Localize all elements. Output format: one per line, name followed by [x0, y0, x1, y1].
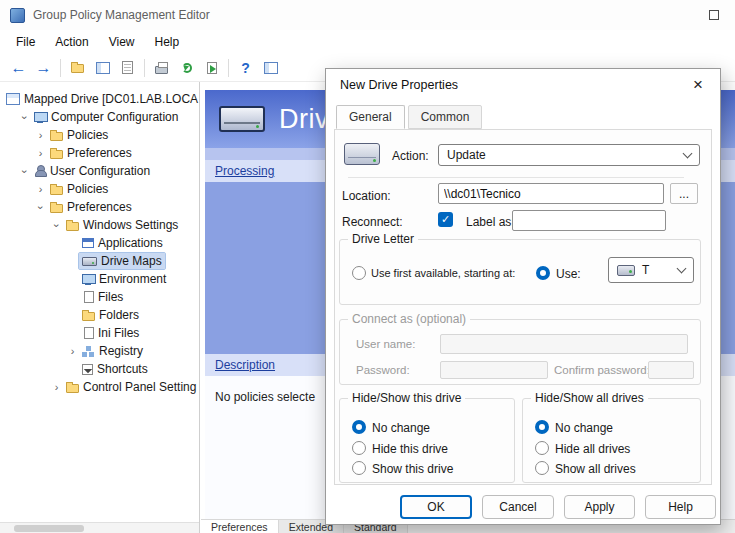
hide-show-this-group-label: Hide/Show this drive	[348, 391, 465, 405]
close-icon[interactable]: ×	[684, 73, 712, 97]
maximize-button[interactable]	[709, 10, 719, 20]
help-button[interactable]: Help	[645, 495, 716, 519]
tree-horizontal-scrollbar[interactable]	[0, 522, 199, 533]
shortcut-icon	[82, 364, 93, 375]
refresh-button[interactable]	[174, 56, 199, 80]
export-list-button[interactable]	[199, 56, 224, 80]
tree-item-environment[interactable]: Environment	[0, 270, 199, 288]
tab-common[interactable]: Common	[408, 105, 483, 129]
hide-show-all-drives-group: Hide/Show all drives No change Hide all …	[522, 398, 701, 483]
gpo-icon	[6, 93, 20, 105]
chevron-down-icon[interactable]: ›	[35, 201, 46, 214]
folder-icon	[82, 312, 95, 321]
printer-icon	[155, 66, 168, 74]
tree-item-ini-files[interactable]: Ini Files	[0, 324, 199, 342]
radio-show-all-drives[interactable]	[535, 461, 549, 475]
console-tree-button[interactable]	[90, 56, 115, 80]
no-policies-text: No policies selecte	[215, 390, 315, 404]
registry-icon	[82, 346, 95, 357]
tree-item-user-policies[interactable]: › Policies	[0, 180, 199, 198]
menu-view[interactable]: View	[99, 32, 145, 52]
title-bar: Group Policy Management Editor	[0, 0, 735, 30]
chevron-right-icon[interactable]: ›	[50, 382, 63, 393]
chevron-right-icon[interactable]: ›	[66, 346, 79, 357]
file-icon	[84, 291, 94, 303]
connect-as-group-label: Connect as (optional)	[348, 312, 470, 326]
location-input[interactable]	[438, 183, 664, 204]
radio-use-first-available[interactable]	[352, 266, 366, 280]
help-button[interactable]: ?	[233, 56, 258, 80]
menu-file[interactable]: File	[6, 32, 45, 52]
drive-letter-select[interactable]: T	[608, 257, 694, 283]
tab-preferences[interactable]: Preferences	[201, 520, 279, 533]
tree-item-control-panel-settings[interactable]: › Control Panel Setting	[0, 378, 199, 396]
label-as-input[interactable]	[512, 210, 666, 231]
tree-item-root[interactable]: Mapped Drive [DC01.LAB.LOCA	[0, 90, 199, 108]
chevron-right-icon[interactable]: ›	[34, 130, 47, 141]
export-list-icon	[207, 62, 217, 74]
tree-item-computer-policies[interactable]: › Policies	[0, 126, 199, 144]
radio-use-letter[interactable]	[536, 266, 550, 280]
radio-this-no-change[interactable]	[352, 420, 366, 434]
properties-button[interactable]	[115, 56, 140, 80]
tree-item-windows-settings[interactable]: › Windows Settings	[0, 216, 199, 234]
processing-link[interactable]: Processing	[215, 164, 274, 178]
drive-letter-group: Drive Letter Use first available, starti…	[339, 239, 701, 305]
tree-item-shortcuts[interactable]: Shortcuts	[0, 360, 199, 378]
clipboard-icon	[122, 61, 133, 74]
radio-show-this-drive[interactable]	[352, 461, 366, 475]
radio-hide-this-drive[interactable]	[352, 441, 366, 455]
folder-icon	[71, 64, 84, 73]
help-icon: ?	[241, 60, 250, 76]
apply-button[interactable]: Apply	[564, 495, 635, 519]
toolbar-separator	[228, 59, 229, 77]
ok-button[interactable]: OK	[400, 495, 472, 519]
reconnect-checkbox[interactable]	[438, 212, 453, 227]
show-this-drive-label: Show this drive	[372, 462, 453, 476]
scrollbar-thumb[interactable]	[14, 525, 84, 532]
tab-general[interactable]: General	[336, 105, 405, 129]
tree-item-folders[interactable]: Folders	[0, 306, 199, 324]
back-button[interactable]: ←	[6, 56, 31, 80]
password-label: Password:	[356, 364, 410, 376]
menu-bar: File Action View Help	[0, 30, 735, 54]
action-select[interactable]: Update	[438, 144, 700, 166]
list-view-icon	[264, 62, 278, 74]
up-folder-button[interactable]	[65, 56, 90, 80]
tree-item-computer-preferences[interactable]: › Preferences	[0, 144, 199, 162]
confirm-password-label: Confirm password:	[554, 364, 650, 376]
action-label: Action:	[392, 149, 429, 163]
description-link[interactable]: Description	[215, 358, 275, 372]
drive-letter-value: T	[642, 263, 649, 277]
chevron-down-icon	[677, 263, 687, 273]
chevron-right-icon[interactable]: ›	[34, 184, 47, 195]
radio-all-no-change[interactable]	[535, 420, 549, 434]
chevron-right-icon[interactable]: ›	[34, 148, 47, 159]
chevron-down-icon[interactable]: ›	[51, 219, 62, 232]
radio-hide-all-drives[interactable]	[535, 441, 549, 455]
cancel-button[interactable]: Cancel	[482, 495, 554, 519]
list-view-button[interactable]	[258, 56, 283, 80]
browse-button[interactable]: ...	[670, 183, 698, 204]
drive-dialog-icon	[344, 143, 380, 165]
user-icon	[34, 165, 46, 177]
environment-icon	[82, 274, 95, 285]
print-button[interactable]	[149, 56, 174, 80]
chevron-down-icon[interactable]: ›	[19, 111, 30, 124]
menu-action[interactable]: Action	[45, 32, 98, 52]
toolbar-separator	[60, 59, 61, 77]
folder-icon	[66, 384, 79, 393]
tree-item-user-preferences[interactable]: › Preferences	[0, 198, 199, 216]
tree-item-computer-configuration[interactable]: › Computer Configuration	[0, 108, 199, 126]
tree-item-drive-maps[interactable]: Drive Maps	[0, 252, 199, 270]
menu-help[interactable]: Help	[145, 32, 190, 52]
tree-item-user-configuration[interactable]: › User Configuration	[0, 162, 199, 180]
tree-item-registry[interactable]: › Registry	[0, 342, 199, 360]
label-as-label: Label as:	[466, 215, 515, 229]
drive-header-icon	[219, 106, 265, 132]
tree-item-files[interactable]: Files	[0, 288, 199, 306]
forward-button[interactable]: →	[31, 56, 56, 80]
toolbar-separator	[144, 59, 145, 77]
tree-item-applications[interactable]: Applications	[0, 234, 199, 252]
chevron-down-icon[interactable]: ›	[19, 165, 30, 178]
